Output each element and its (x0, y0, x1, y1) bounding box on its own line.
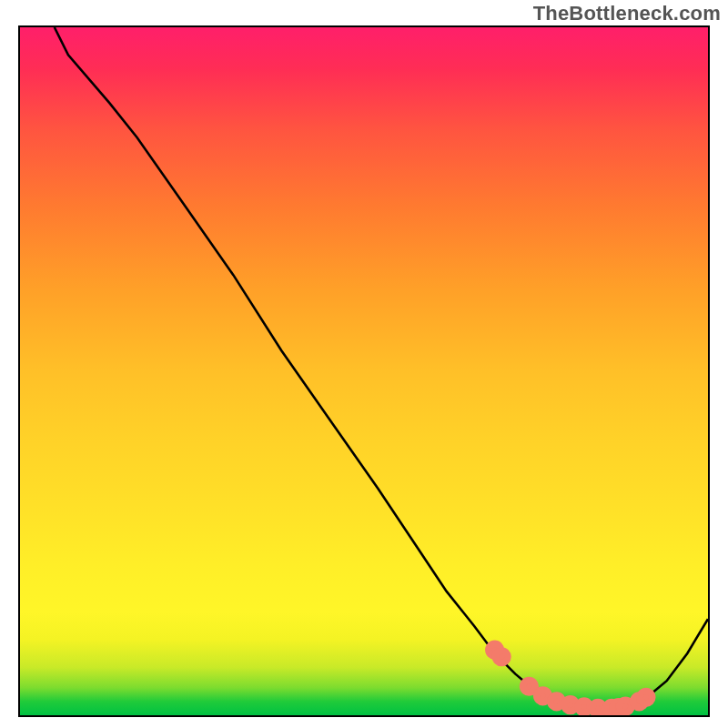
marker-dots (489, 643, 652, 714)
marker-dot (564, 699, 577, 712)
curve-overlay (20, 27, 708, 715)
watermark-text: TheBottleneck.com (533, 2, 721, 25)
marker-dot (523, 680, 536, 693)
bottleneck-curve (55, 27, 708, 708)
marker-dot (495, 651, 508, 663)
marker-dot (640, 692, 652, 704)
chart-frame (18, 25, 710, 717)
